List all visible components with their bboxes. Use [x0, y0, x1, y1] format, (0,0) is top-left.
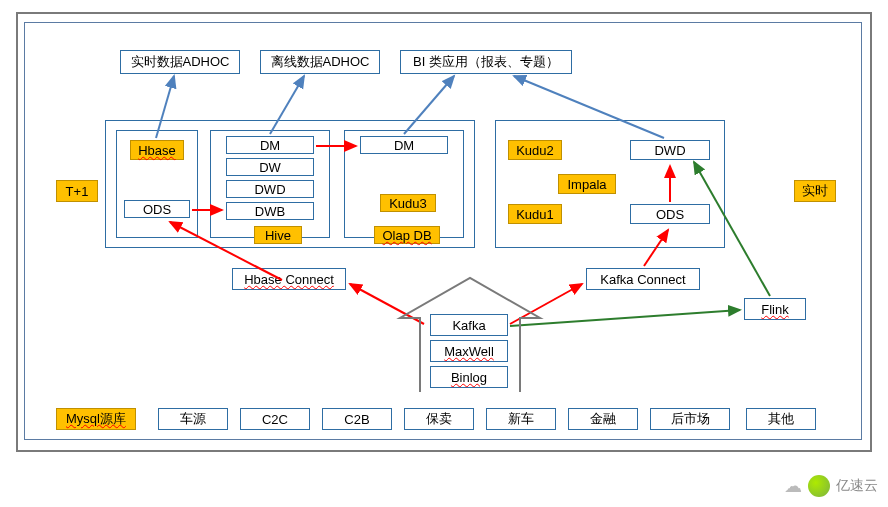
- box-hbase: Hbase: [130, 140, 184, 160]
- box-adhoc-realtime: 实时数据ADHOC: [120, 50, 240, 74]
- box-c2b: C2B: [322, 408, 392, 430]
- box-kudu1: Kudu1: [508, 204, 562, 224]
- box-kudu2: Kudu2: [508, 140, 562, 160]
- box-adhoc-offline: 离线数据ADHOC: [260, 50, 380, 74]
- box-kafka: Kafka: [430, 314, 508, 336]
- box-kafka-connect: Kafka Connect: [586, 268, 700, 290]
- box-kudu3: Kudu3: [380, 194, 436, 212]
- label-realtime: 实时: [794, 180, 836, 202]
- box-jinrong: 金融: [568, 408, 638, 430]
- box-dwd-rt: DWD: [630, 140, 710, 160]
- box-cheyuan: 车源: [158, 408, 228, 430]
- text-olap: Olap DB: [382, 228, 431, 243]
- box-baomai: 保卖: [404, 408, 474, 430]
- box-qita: 其他: [746, 408, 816, 430]
- watermark: ☁ 亿速云: [784, 475, 878, 497]
- text-hbase-connect: Hbase Connect: [244, 272, 334, 287]
- text-maxwell: MaxWell: [444, 344, 494, 359]
- box-dwb: DWB: [226, 202, 314, 220]
- watermark-cloud-icon: ☁: [784, 475, 802, 497]
- box-c2c: C2C: [240, 408, 310, 430]
- text-hbase: Hbase: [138, 143, 176, 158]
- box-maxwell: MaxWell: [430, 340, 508, 362]
- box-ods-rt: ODS: [630, 204, 710, 224]
- box-olap-db: Olap DB: [374, 226, 440, 244]
- watermark-text: 亿速云: [836, 477, 878, 495]
- box-dwd-hive: DWD: [226, 180, 314, 198]
- box-xinche: 新车: [486, 408, 556, 430]
- box-hive: Hive: [254, 226, 302, 244]
- box-bi-apps: BI 类应用（报表、专题）: [400, 50, 572, 74]
- text-mysql: Mysql源库: [66, 410, 126, 428]
- box-ods-left: ODS: [124, 200, 190, 218]
- box-houshichang: 后市场: [650, 408, 730, 430]
- box-impala: Impala: [558, 174, 616, 194]
- watermark-logo-icon: [808, 475, 830, 497]
- box-dm-olap: DM: [360, 136, 448, 154]
- text-flink: Flink: [761, 302, 788, 317]
- label-t-plus-1: T+1: [56, 180, 98, 202]
- box-mysql-src: Mysql源库: [56, 408, 136, 430]
- box-hbase-connect: Hbase Connect: [232, 268, 346, 290]
- box-binlog: Binlog: [430, 366, 508, 388]
- box-flink: Flink: [744, 298, 806, 320]
- box-dm-hive: DM: [226, 136, 314, 154]
- box-dw: DW: [226, 158, 314, 176]
- text-binlog: Binlog: [451, 370, 487, 385]
